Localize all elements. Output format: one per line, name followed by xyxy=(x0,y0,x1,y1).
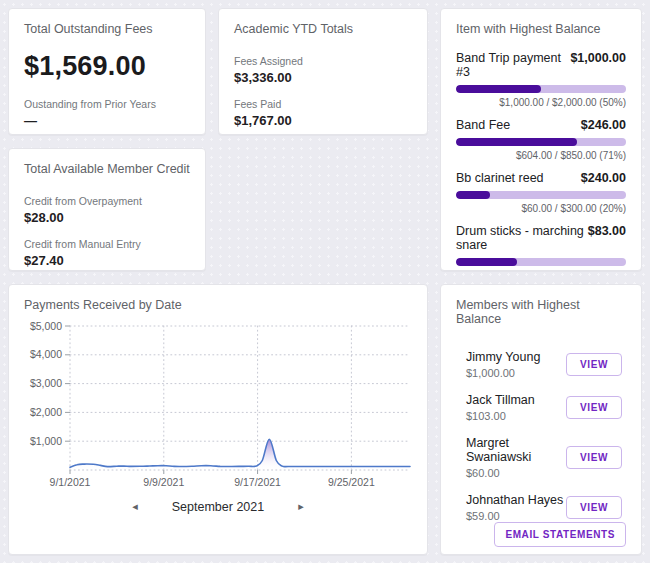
member-name: Jack Tillman xyxy=(466,393,535,407)
fees-assigned-label: Fees Assigned xyxy=(234,55,412,67)
item-balance-amount: $83.00 xyxy=(588,224,626,238)
manual-entry-credit-label: Credit from Manual Entry xyxy=(24,238,190,250)
member-row: Jack Tillman $103.00 VIEW xyxy=(456,393,626,422)
overpayment-credit-label: Credit from Overpayment xyxy=(24,195,190,207)
fees-assigned-stat: Fees Assigned $3,336.00 xyxy=(234,55,412,85)
card-title-item-highest-balance: Item with Highest Balance xyxy=(456,22,626,36)
item-name: Band Trip payment #3 xyxy=(456,51,570,79)
item-name: Band Fee xyxy=(456,118,510,132)
item-progress-fill xyxy=(456,85,541,93)
member-balance: $103.00 xyxy=(466,410,535,422)
prior-years-stat: Oustanding from Prior Years — xyxy=(24,98,190,128)
dashboard-page: Total Outstanding Fees $1,569.00 Oustand… xyxy=(0,0,650,563)
view-member-button[interactable]: VIEW xyxy=(566,496,622,519)
member-row: Johnathan Hayes $59.00 VIEW xyxy=(456,493,626,522)
item-progress-fill xyxy=(456,191,490,199)
svg-text:$2,000: $2,000 xyxy=(30,406,62,418)
svg-text:9/1/2021: 9/1/2021 xyxy=(50,476,91,488)
member-row: Margret Swaniawski $60.00 VIEW xyxy=(456,436,626,479)
view-member-button[interactable]: VIEW xyxy=(566,353,622,376)
member-name: Jimmy Young xyxy=(466,350,540,364)
svg-text:9/9/2021: 9/9/2021 xyxy=(143,476,184,488)
view-member-button[interactable]: VIEW xyxy=(566,396,622,419)
academic-stat-list: Fees Assigned $3,336.00 Fees Paid $1,767… xyxy=(234,55,412,128)
item-progress-caption: $60.00 / $300.00 (20%) xyxy=(456,203,626,214)
card-title-members-highest-balance: Members with Highest Balance xyxy=(456,298,626,326)
item-progress-caption: $47.00 / $130.00 (36%) xyxy=(456,270,626,271)
email-statements-row: EMAIL STATEMENTS xyxy=(456,522,626,547)
item-balance-row: Drum sticks - marching snare $83.00 $47.… xyxy=(456,224,626,271)
fees-paid-stat: Fees Paid $1,767.00 xyxy=(234,98,412,128)
card-title-academic-ytd: Academic YTD Totals xyxy=(234,22,412,36)
month-pager: ◂ September 2021 ▸ xyxy=(24,498,412,515)
item-balance-row: Bb clarinet reed $240.00 $60.00 / $300.0… xyxy=(456,171,626,214)
item-progress-bar xyxy=(456,138,626,146)
manual-entry-credit-value: $27.40 xyxy=(24,253,190,268)
card-member-credit: Total Available Member Credit Credit fro… xyxy=(8,148,206,271)
member-balance: $59.00 xyxy=(466,510,563,522)
next-month-arrow-icon[interactable]: ▸ xyxy=(294,498,308,515)
prev-month-arrow-icon[interactable]: ◂ xyxy=(128,498,142,515)
card-title-total-outstanding-fees: Total Outstanding Fees xyxy=(24,22,190,36)
month-pager-label: September 2021 xyxy=(172,500,264,514)
card-academic-ytd-totals: Academic YTD Totals Fees Assigned $3,336… xyxy=(218,8,428,135)
prior-years-label: Oustanding from Prior Years xyxy=(24,98,190,110)
item-balance-amount: $1,000.00 xyxy=(570,51,626,65)
email-statements-button[interactable]: EMAIL STATEMENTS xyxy=(494,522,626,547)
item-balance-amount: $240.00 xyxy=(581,171,626,185)
svg-text:$5,000: $5,000 xyxy=(30,320,62,332)
manual-entry-credit-stat: Credit from Manual Entry $27.40 xyxy=(24,238,190,268)
item-progress-bar xyxy=(456,258,626,266)
card-total-outstanding-fees: Total Outstanding Fees $1,569.00 Oustand… xyxy=(8,8,206,135)
card-members-highest-balance: Members with Highest Balance Jimmy Young… xyxy=(440,284,642,555)
member-list: Jimmy Young $1,000.00 VIEW Jack Tillman … xyxy=(456,350,626,522)
item-progress-fill xyxy=(456,258,517,266)
fees-paid-label: Fees Paid xyxy=(234,98,412,110)
svg-text:$3,000: $3,000 xyxy=(30,377,62,389)
dashboard-grid: Total Outstanding Fees $1,569.00 Oustand… xyxy=(8,8,642,555)
member-balance: $60.00 xyxy=(466,467,566,479)
total-outstanding-amount: $1,569.00 xyxy=(24,51,190,82)
member-name: Johnathan Hayes xyxy=(466,493,563,507)
card-title-member-credit: Total Available Member Credit xyxy=(24,162,190,176)
fees-assigned-value: $3,336.00 xyxy=(234,70,412,85)
overpayment-credit-stat: Credit from Overpayment $28.00 xyxy=(24,195,190,225)
item-balance-amount: $246.00 xyxy=(581,118,626,132)
item-balance-row: Band Trip payment #3 $1,000.00 $1,000.00… xyxy=(456,51,626,108)
item-progress-fill xyxy=(456,138,577,146)
card-payments-chart: Payments Received by Date $1,000$2,000$3… xyxy=(8,284,428,555)
prior-years-value: — xyxy=(24,113,190,128)
overpayment-credit-value: $28.00 xyxy=(24,210,190,225)
svg-text:$1,000: $1,000 xyxy=(30,435,62,447)
svg-text:$4,000: $4,000 xyxy=(30,348,62,360)
member-row: Jimmy Young $1,000.00 VIEW xyxy=(456,350,626,379)
item-progress-bar xyxy=(456,85,626,93)
payments-area-chart: $1,000$2,000$3,000$4,000$5,0009/1/20219/… xyxy=(24,318,414,490)
item-name: Drum sticks - marching snare xyxy=(456,224,588,252)
card-title-payments-chart: Payments Received by Date xyxy=(24,298,412,312)
svg-text:9/17/2021: 9/17/2021 xyxy=(234,476,281,488)
member-balance: $1,000.00 xyxy=(466,367,540,379)
payments-chart-wrap: $1,000$2,000$3,000$4,000$5,0009/1/20219/… xyxy=(24,318,412,494)
item-name: Bb clarinet reed xyxy=(456,171,544,185)
credit-stat-list: Credit from Overpayment $28.00 Credit fr… xyxy=(24,195,190,268)
svg-text:9/25/2021: 9/25/2021 xyxy=(328,476,375,488)
card-item-highest-balance: Item with Highest Balance Band Trip paym… xyxy=(440,8,642,271)
item-progress-caption: $604.00 / $850.00 (71%) xyxy=(456,150,626,161)
item-progress-caption: $1,000.00 / $2,000.00 (50%) xyxy=(456,97,626,108)
item-progress-bar xyxy=(456,191,626,199)
member-name: Margret Swaniawski xyxy=(466,436,566,464)
item-balance-row: Band Fee $246.00 $604.00 / $850.00 (71%) xyxy=(456,118,626,161)
fees-paid-value: $1,767.00 xyxy=(234,113,412,128)
view-member-button[interactable]: VIEW xyxy=(566,446,622,469)
item-balance-list: Band Trip payment #3 $1,000.00 $1,000.00… xyxy=(456,51,626,271)
